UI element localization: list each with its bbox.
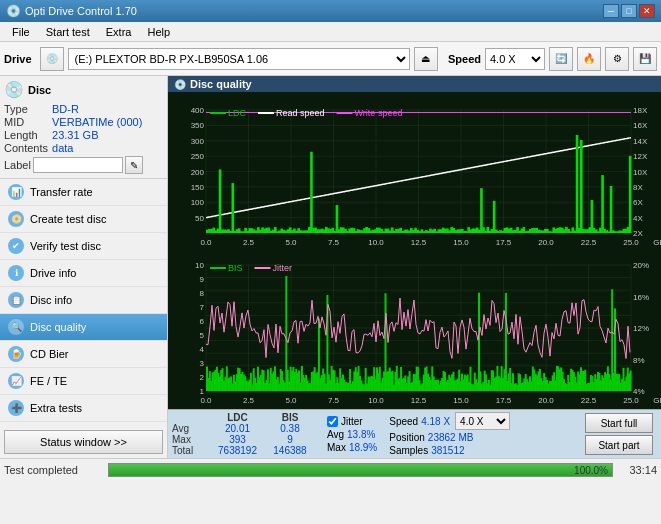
disc-panel: 💿 Disc Type BD-R MID VERBATIMe (000) Len… xyxy=(0,76,167,179)
maximize-button[interactable]: □ xyxy=(621,4,637,18)
type-label: Type xyxy=(4,103,48,115)
disc-icon: 💿 xyxy=(4,80,24,99)
jitter-label: Jitter xyxy=(341,416,363,427)
label-edit-button[interactable]: ✎ xyxy=(125,156,143,174)
menu-bar: File Start test Extra Help xyxy=(0,22,661,42)
eject-button[interactable]: ⏏ xyxy=(414,47,438,71)
start-full-button[interactable]: Start full xyxy=(585,413,653,433)
menu-extra[interactable]: Extra xyxy=(98,24,140,40)
contents-label: Contents xyxy=(4,142,48,154)
contents-value: data xyxy=(52,142,163,154)
length-label: Length xyxy=(4,129,48,141)
nav-label-verify-test-disc: Verify test disc xyxy=(30,240,101,252)
mid-value: VERBATIMe (000) xyxy=(52,116,163,128)
sidebar-item-drive-info[interactable]: ℹ Drive info xyxy=(0,260,167,287)
start-part-button[interactable]: Start part xyxy=(585,435,653,455)
drive-icon-btn[interactable]: 💿 xyxy=(40,47,64,71)
progress-bar-fill xyxy=(109,464,612,476)
chart-header: 💿 Disc quality xyxy=(168,76,661,92)
close-button[interactable]: ✕ xyxy=(639,4,655,18)
total-ldc: 7638192 xyxy=(210,445,265,456)
max-label: Max xyxy=(172,434,210,445)
refresh-button[interactable]: 🔄 xyxy=(549,47,573,71)
position-label: Position xyxy=(389,432,425,443)
nav-items: 📊 Transfer rate 📀 Create test disc ✔ Ver… xyxy=(0,179,167,426)
nav-label-disc-quality: Disc quality xyxy=(30,321,86,333)
sidebar-item-extra-tests[interactable]: ➕ Extra tests xyxy=(0,395,167,422)
chart-title: Disc quality xyxy=(190,78,252,90)
speed-value: 4.18 X xyxy=(421,416,450,427)
stats-ldc-header: LDC xyxy=(210,412,265,423)
nav-label-cd-bier: CD Bier xyxy=(30,348,69,360)
type-value: BD-R xyxy=(52,103,163,115)
mid-label: MID xyxy=(4,116,48,128)
nav-label-disc-info: Disc info xyxy=(30,294,72,306)
speed-select[interactable]: 4.0 X xyxy=(485,48,545,70)
sidebar-item-fe-te[interactable]: 📈 FE / TE xyxy=(0,368,167,395)
drive-info-icon: ℹ xyxy=(8,265,24,281)
charts-container xyxy=(168,92,661,409)
cd-bier-icon: 🍺 xyxy=(8,346,24,362)
avg-bis: 0.38 xyxy=(265,423,315,434)
nav-label-drive-info: Drive info xyxy=(30,267,76,279)
jitter-avg-label: Avg xyxy=(327,429,344,440)
drive-select[interactable]: (E:) PLEXTOR BD-R PX-LB950SA 1.06 xyxy=(68,48,410,70)
drive-label: Drive xyxy=(4,53,32,65)
nav-label-extra-tests: Extra tests xyxy=(30,402,82,414)
bottom-chart xyxy=(168,251,661,409)
sidebar-item-cd-bier[interactable]: 🍺 CD Bier xyxy=(0,341,167,368)
jitter-max-value: 18.9% xyxy=(349,442,377,453)
total-label: Total xyxy=(172,445,210,456)
sidebar-item-transfer-rate[interactable]: 📊 Transfer rate xyxy=(0,179,167,206)
app-title: Opti Drive Control 1.70 xyxy=(25,5,137,17)
jitter-checkbox[interactable] xyxy=(327,416,338,427)
settings-button[interactable]: ⚙ xyxy=(605,47,629,71)
top-chart-canvas xyxy=(168,92,661,251)
progress-percent: 100.0% xyxy=(574,464,608,477)
nav-label-fe-te: FE / TE xyxy=(30,375,67,387)
position-value: 23862 MB xyxy=(428,432,474,443)
content-area: 💿 Disc quality LDC BIS Avg xyxy=(168,76,661,458)
status-window-button[interactable]: Status window >> xyxy=(4,430,163,454)
top-chart xyxy=(168,92,661,251)
avg-ldc: 20.01 xyxy=(210,423,265,434)
create-disc-icon: 📀 xyxy=(8,211,24,227)
title-bar: 💿 Opti Drive Control 1.70 ─ □ ✕ xyxy=(0,0,661,22)
max-bis: 9 xyxy=(265,434,315,445)
jitter-avg-value: 13.8% xyxy=(347,429,375,440)
nav-label-transfer-rate: Transfer rate xyxy=(30,186,93,198)
menu-help[interactable]: Help xyxy=(139,24,178,40)
sidebar-item-disc-info[interactable]: 📋 Disc info xyxy=(0,287,167,314)
samples-value: 381512 xyxy=(431,445,464,456)
total-bis: 146388 xyxy=(265,445,315,456)
disc-title: Disc xyxy=(28,84,51,96)
fe-te-icon: 📈 xyxy=(8,373,24,389)
progress-area: Test completed 100.0% 33:14 xyxy=(0,458,661,480)
menu-file[interactable]: File xyxy=(4,24,38,40)
minimize-button[interactable]: ─ xyxy=(603,4,619,18)
menu-start-test[interactable]: Start test xyxy=(38,24,98,40)
status-text: Test completed xyxy=(4,464,104,476)
avg-label: Avg xyxy=(172,423,210,434)
burn-button[interactable]: 🔥 xyxy=(577,47,601,71)
nav-label-create-test-disc: Create test disc xyxy=(30,213,106,225)
sidebar: 💿 Disc Type BD-R MID VERBATIMe (000) Len… xyxy=(0,76,168,458)
speed-label2: Speed xyxy=(389,416,418,427)
stats-bis-header: BIS xyxy=(265,412,315,423)
stats-empty xyxy=(172,412,210,423)
jitter-max-label: Max xyxy=(327,442,346,453)
label-input[interactable] xyxy=(33,157,123,173)
bottom-chart-canvas xyxy=(168,251,661,409)
action-buttons: Start full Start part xyxy=(585,413,657,455)
save-button[interactable]: 💾 xyxy=(633,47,657,71)
extra-tests-icon: ➕ xyxy=(8,400,24,416)
sidebar-item-disc-quality[interactable]: 🔍 Disc quality xyxy=(0,314,167,341)
sidebar-item-verify-test-disc[interactable]: ✔ Verify test disc xyxy=(0,233,167,260)
sidebar-item-create-test-disc[interactable]: 📀 Create test disc xyxy=(0,206,167,233)
speed-dropdown[interactable]: 4.0 X xyxy=(455,412,510,430)
chart-header-icon: 💿 xyxy=(174,79,186,90)
label-label: Label xyxy=(4,159,31,171)
disc-quality-icon: 🔍 xyxy=(8,319,24,335)
verify-disc-icon: ✔ xyxy=(8,238,24,254)
max-ldc: 393 xyxy=(210,434,265,445)
